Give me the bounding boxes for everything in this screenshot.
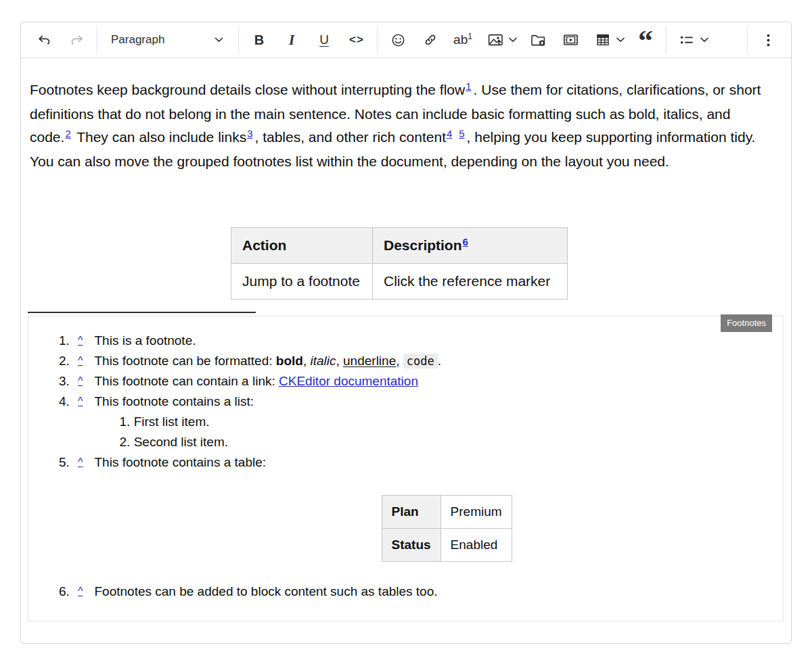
footnote-content: This footnote can be formatted: bold, it… [95,351,769,371]
action-table[interactable]: ActionDescription6 Jump to a footnoteCli… [231,227,568,300]
chevron-down-icon [215,37,223,43]
image-upload-icon [488,33,503,47]
italic-button[interactable]: I [279,27,304,53]
editor-toolbar: Paragraph B I U <> [21,22,791,58]
text-segment: Footnotes keep background details close … [30,82,465,97]
redo-button[interactable] [64,27,89,53]
bulleted-list-button[interactable] [674,27,700,53]
nested-list-item: 2. Second list item. [95,432,769,452]
undo-icon [37,33,51,47]
image-options-dropdown[interactable] [507,27,519,53]
text-segment: They can also include links [73,129,246,145]
inline-code: code [403,354,438,369]
table-icon [596,33,610,47]
action-table-header-cell[interactable]: Action [231,228,373,264]
footnote-table-cell[interactable]: Premium [441,496,512,529]
undo-button[interactable] [31,27,57,53]
footnote-item: 6.^Footnotes can be added to block conte… [59,582,769,602]
action-table-header: ActionDescription6 [231,228,568,264]
text-segment: bold [276,354,303,368]
table-row: PlanPremium [382,496,512,529]
bold-button[interactable]: B [246,27,272,53]
footnote-reference-marker[interactable]: 5 [459,128,464,139]
footnote-icon: ab1 [453,32,472,47]
footnotes-section: Footnotes 1.^This is a footnote.2.^This … [28,312,784,621]
text-segment: Jump to a footnote [242,273,360,289]
footnote-reference-marker[interactable]: 2 [65,128,70,139]
footnote-number: 2. [59,351,73,371]
footnote-backlink[interactable]: ^ [78,452,83,582]
toolbar-separator [747,26,748,53]
emoji-icon [391,33,405,47]
footnote-backlink[interactable]: ^ [78,371,83,392]
footnote-content: Footnotes can be added to block content … [95,582,769,602]
footnotes-widget-label: Footnotes [721,314,772,332]
media-embed-button[interactable] [558,27,583,53]
footnote-number: 6. [59,582,73,602]
text-segment: This footnote contains a table: [95,455,267,469]
footnote-content: This is a footnote. [95,331,769,351]
insert-image-button[interactable] [482,27,508,53]
footnote-table-header-cell[interactable]: Plan [382,496,441,529]
rich-text-editor: Paragraph B I U <> [20,22,792,644]
action-table-header-cell[interactable]: Description6 [373,228,568,264]
italic-icon: I [289,32,294,49]
table-row: Jump to a footnoteClick the reference ma… [231,264,568,300]
code-icon: <> [349,33,364,47]
file-manager-button[interactable] [525,27,551,53]
toolbar-separator [238,26,239,53]
underline-button[interactable]: U [311,27,337,53]
footnote-reference-marker[interactable]: 4 [447,128,452,139]
toolbar-separator [377,26,378,53]
editing-area[interactable]: Footnotes keep background details close … [21,78,791,300]
footnote-item: 2.^This footnote can be formatted: bold,… [59,351,769,371]
footnote-backlink[interactable]: ^ [78,392,83,452]
footnote-number: 3. [59,371,73,392]
footnote-table[interactable]: PlanPremiumStatusEnabled [382,495,512,562]
emoji-button[interactable] [385,27,411,53]
link-button[interactable] [418,27,443,53]
text-segment: Footnotes can be added to block content … [95,584,438,598]
kebab-menu-icon [767,34,770,47]
footnote-item: 3.^This footnote can contain a link: CKE… [59,371,769,392]
bold-icon: B [254,32,264,48]
footnote-number: 4. [59,392,73,452]
footnote-backlink[interactable]: ^ [78,582,83,602]
chevron-down-icon [509,37,517,43]
footnote-table-header-cell[interactable]: Status [382,529,441,562]
text-segment: Action [242,237,286,253]
text-segment: This is a footnote. [95,333,196,348]
code-button[interactable]: <> [344,27,369,53]
footnote-backlink[interactable]: ^ [78,331,83,351]
insert-table-button[interactable] [590,27,616,53]
paragraph-style-value: Paragraph [111,33,164,47]
block-quote-icon: “ [638,38,653,51]
footnote-reference-marker[interactable]: 1 [466,80,471,92]
paragraph-style-dropdown[interactable]: Paragraph [104,27,231,53]
toolbar-overflow-button[interactable] [755,27,781,53]
text-segment [454,129,458,145]
footnote-item: 4.^This footnote contains a list:1. Firs… [59,392,769,452]
footnote-reference-marker[interactable]: 3 [247,128,252,139]
footnote-number: 1. [59,331,73,351]
list-options-dropdown[interactable] [698,27,710,53]
table-row: StatusEnabled [382,529,512,562]
footnote-backlink[interactable]: ^ [78,351,83,371]
text-segment: Description [384,237,462,253]
footnotes-widget[interactable]: Footnotes 1.^This is a footnote.2.^This … [28,316,784,621]
action-table-cell[interactable]: Jump to a footnote [231,264,373,300]
footnote-table-cell[interactable]: Enabled [441,529,512,562]
bulleted-list-icon [680,34,694,45]
document-paragraph[interactable]: Footnotes keep background details close … [30,78,769,173]
footnote-reference-marker[interactable]: 6 [463,236,468,247]
text-segment: , [336,354,343,368]
footnote-content: This footnote can contain a link: CKEdit… [95,371,769,392]
chevron-down-icon [700,37,708,43]
chevron-down-icon [616,37,625,43]
action-table-cell[interactable]: Click the reference marker [373,264,568,300]
table-options-dropdown[interactable] [614,27,627,53]
text-segment: Click the reference marker [384,273,550,289]
block-quote-button[interactable]: “ [633,27,658,53]
content-link[interactable]: CKEditor documentation [279,374,418,388]
footnote-button[interactable]: ab1 [450,27,476,53]
